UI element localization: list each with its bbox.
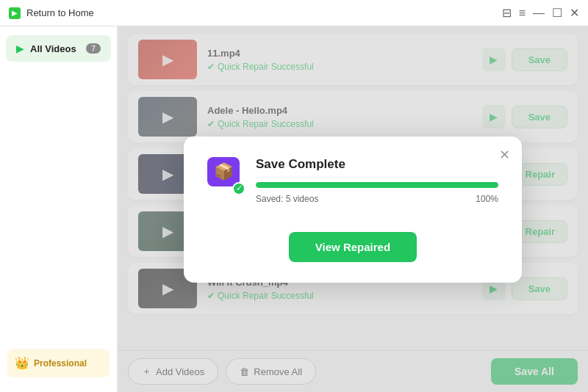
window-controls[interactable]: ⊟ ≡ — ☐ ✕	[502, 6, 579, 20]
return-home-link[interactable]: Return to Home	[26, 7, 94, 18]
sidebar: ▶ All Videos 7 👑 Professional	[0, 26, 118, 392]
saved-text: Saved: 5 videos	[256, 194, 318, 204]
view-repaired-button[interactable]: View Repaired	[289, 232, 417, 262]
sidebar-item-all-videos[interactable]: ▶ All Videos 7	[6, 35, 111, 62]
sidebar-label: All Videos	[30, 43, 76, 54]
title-bar-left: ▶ Return to Home	[9, 7, 94, 19]
main-layout: ▶ All Videos 7 👑 Professional ▶ 11.mp4	[0, 26, 588, 392]
app-icon: ▶	[9, 7, 21, 19]
professional-label: Professional	[34, 358, 87, 369]
progress-bar-background	[256, 182, 498, 188]
modal-close-button[interactable]: ✕	[499, 147, 510, 163]
professional-badge[interactable]: 👑 Professional	[7, 349, 110, 377]
title-bar: ▶ Return to Home ⊟ ≡ — ☐ ✕	[0, 0, 588, 26]
maximize-icon[interactable]: ☐	[552, 6, 562, 20]
modal-icon: 📦 ✓	[207, 157, 245, 195]
menu-icon[interactable]: ≡	[519, 7, 526, 20]
close-icon[interactable]: ✕	[570, 6, 579, 20]
content-area: ▶ 11.mp4 ✔ Quick Repair Successful ▶ Sav…	[118, 26, 588, 392]
save-complete-modal: ✕ 📦 ✓ Save Complete Saved	[184, 137, 522, 283]
minimize-icon[interactable]: ⊟	[502, 6, 512, 20]
play-icon: ▶	[16, 43, 24, 54]
progress-bar	[256, 182, 498, 188]
crown-icon: 👑	[15, 356, 29, 370]
minimize-window-icon[interactable]: —	[533, 7, 545, 20]
modal-title: Save Complete	[256, 157, 498, 172]
package-icon: 📦	[214, 162, 234, 181]
modal-header: 📦 ✓ Save Complete Saved: 5 videos 100%	[207, 157, 498, 219]
modal-overlay: ✕ 📦 ✓ Save Complete Saved	[118, 26, 588, 392]
check-badge: ✓	[232, 182, 245, 195]
percentage-text: 100%	[476, 194, 498, 204]
progress-info: Saved: 5 videos 100%	[256, 194, 498, 204]
modal-content: Save Complete Saved: 5 videos 100%	[256, 157, 498, 219]
video-count-badge: 7	[86, 43, 101, 54]
save-icon-box: 📦	[207, 157, 240, 186]
